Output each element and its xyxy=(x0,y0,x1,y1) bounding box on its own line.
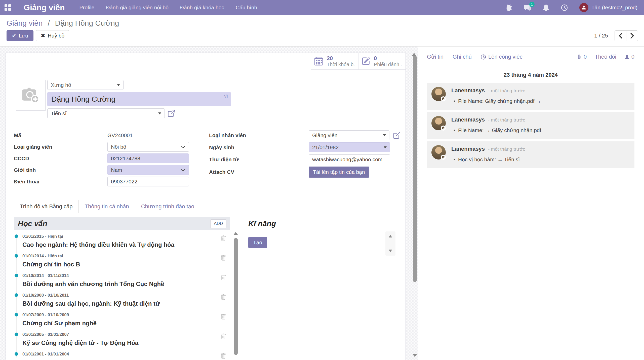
date-separator-label: 23 tháng 4 năm 2024 xyxy=(500,72,561,78)
top-navbar: Giảng viên Profile Đánh giá giảng viên n… xyxy=(0,0,644,15)
scrollbar-thumb[interactable] xyxy=(234,238,238,355)
scroll-up-arrow-icon[interactable] xyxy=(389,235,392,237)
notifications-bell-icon[interactable] xyxy=(543,4,549,11)
email-input[interactable]: watashiwacuong@yahoo.com xyxy=(309,154,390,164)
schedule-activity-label: Lên công việc xyxy=(488,54,522,60)
trash-icon[interactable] xyxy=(220,334,226,339)
stat-button-timetable[interactable]: 20 Thời khóa b... xyxy=(311,53,358,69)
tab-qualifications[interactable]: Trình độ và Bằng cấp xyxy=(14,200,79,213)
cccd-input[interactable]: 0212174788 xyxy=(107,153,189,163)
menu-item-internal-review[interactable]: Đánh giá giảng viên nội bộ xyxy=(106,5,169,11)
timeline-dot-icon xyxy=(15,234,18,238)
pager-next-button[interactable] xyxy=(626,30,638,41)
scroll-up-arrow-icon[interactable] xyxy=(233,232,238,235)
clock-icon xyxy=(481,54,486,60)
control-buttons-row: ✔ Lưu ✖ Huỷ bỏ 1 / 25 xyxy=(7,30,644,41)
pager-count: 1 / 25 xyxy=(594,32,608,39)
tab-bar: Trình độ và Bằng cấp Thông tin cá nhân C… xyxy=(6,200,406,213)
tab-personal-info[interactable]: Thông tin cá nhân xyxy=(79,200,135,213)
schedule-activity-button[interactable]: Lên công việc xyxy=(481,54,522,60)
scrollbar-thumb[interactable] xyxy=(413,56,417,282)
education-dates: 01/01/2014 - Hiện tại xyxy=(22,254,214,259)
send-message-button[interactable]: Gửi tin xyxy=(427,54,444,60)
follow-button[interactable]: Theo dõi xyxy=(595,54,616,60)
message: Lanenmasys - một tháng trước File Name: … xyxy=(427,83,634,110)
menu-item-course-review[interactable]: Đánh giá khóa học xyxy=(180,5,224,11)
education-dates: 01/01/2005 - 01/01/2007 xyxy=(22,332,214,337)
birthday-datepicker[interactable]: 21/01/1982 xyxy=(309,142,390,152)
title-select[interactable]: Xưng hô xyxy=(47,80,124,90)
field-row-lecturer-type: Loại giảng viên Nội bộ xyxy=(14,142,197,152)
breadcrumb-parent[interactable]: Giảng viên xyxy=(7,19,43,27)
field-label: Ngày sinh xyxy=(209,144,309,150)
menu-item-profile[interactable]: Profile xyxy=(79,5,95,11)
field-label: Thư điện tử xyxy=(209,156,309,163)
form-sheet: 20 Thời khóa b... 0 Phiếu đánh ... xyxy=(6,53,406,360)
menu-item-config[interactable]: Cấu hình xyxy=(236,5,257,11)
chatter-panel: Gửi tin Ghi chú Lên công việc 0 Theo dõi… xyxy=(418,47,644,360)
add-education-button[interactable]: ADD xyxy=(210,219,226,228)
photo-upload-placeholder[interactable] xyxy=(16,80,46,111)
main-scrollbar[interactable] xyxy=(412,49,418,358)
content-area: 20 Thời khóa b... 0 Phiếu đánh ... xyxy=(0,47,644,360)
upload-file-button[interactable]: Tải lên tập tin của bạn xyxy=(309,167,369,178)
trash-icon[interactable] xyxy=(220,255,226,261)
education-dates: 01/10/2014 - 01/11/2014 xyxy=(22,273,214,278)
message-list: Lanenmasys - một tháng trước File Name: … xyxy=(427,83,634,168)
birthday-value: 21/01/1982 xyxy=(312,144,339,150)
trash-icon[interactable] xyxy=(220,294,226,300)
education-list-scrollbar[interactable] xyxy=(233,232,238,360)
message-author[interactable]: Lanenmasys xyxy=(451,116,485,123)
chevron-down-icon xyxy=(384,146,387,148)
degree-row: Tiến sĩ xyxy=(47,108,231,118)
scroll-down-arrow-icon[interactable] xyxy=(389,250,392,252)
followers-button[interactable]: 0 xyxy=(624,54,634,60)
skills-scroll-stepper[interactable] xyxy=(385,231,395,256)
gender-select[interactable]: Nam xyxy=(107,165,189,175)
education-dates: 01/07/2009 - 01/10/2009 xyxy=(22,312,214,317)
pager-previous-button[interactable] xyxy=(615,30,626,41)
create-skill-button[interactable]: Tạo xyxy=(248,237,267,248)
tab-training-program[interactable]: Chương trình đào tạo xyxy=(135,200,200,213)
timeline-dot-icon xyxy=(15,274,18,277)
trash-icon[interactable] xyxy=(220,235,226,241)
chevron-down-icon xyxy=(181,168,185,172)
lecturer-type-select[interactable]: Nội bộ xyxy=(107,142,189,152)
degree-external-link-icon[interactable] xyxy=(168,110,175,117)
name-value: Đặng Hồng Cường xyxy=(51,95,115,103)
employee-type-select[interactable]: Giảng viên xyxy=(309,130,389,140)
trash-icon[interactable] xyxy=(220,275,226,281)
stat-label: Thời khóa b... xyxy=(327,62,355,67)
field-row-employee-type: Loại nhân viên Giảng viên xyxy=(209,130,400,140)
employee-type-value: Giảng viên xyxy=(312,132,337,138)
code-value: GV240001 xyxy=(107,132,133,138)
message-author[interactable]: Lanenmasys xyxy=(451,87,485,94)
trash-icon[interactable] xyxy=(220,353,226,359)
name-field[interactable]: Đặng Hồng Cường VI xyxy=(47,92,231,106)
scroll-up-arrow-icon[interactable] xyxy=(412,49,416,56)
degree-select[interactable]: Tiến sĩ xyxy=(47,108,165,118)
trash-icon[interactable] xyxy=(220,314,226,320)
save-button[interactable]: ✔ Lưu xyxy=(7,30,33,41)
messages-icon[interactable]: 1 xyxy=(524,4,531,11)
attachments-button[interactable]: 0 xyxy=(577,54,587,60)
employee-type-external-link-icon[interactable] xyxy=(393,132,400,139)
notebook: Trình độ và Bằng cấp Thông tin cá nhân C… xyxy=(6,200,406,360)
log-note-button[interactable]: Ghi chú xyxy=(453,54,472,60)
timeline-dot-icon xyxy=(15,352,18,356)
debug-bug-icon[interactable] xyxy=(505,4,512,11)
timeline-dot-icon xyxy=(15,313,18,316)
discard-button[interactable]: ✖ Huỷ bỏ xyxy=(36,30,69,41)
scroll-down-arrow-icon[interactable] xyxy=(413,354,417,357)
education-item: 01/01/2015 - Hiện tại Cao học ngành: Hệ … xyxy=(14,234,230,248)
date-separator: 23 tháng 4 năm 2024 xyxy=(427,72,634,78)
activities-clock-icon[interactable] xyxy=(561,4,568,11)
user-menu[interactable]: Tân (testmc2_prod) xyxy=(579,3,637,12)
apps-menu-button[interactable] xyxy=(0,0,16,15)
message-author[interactable]: Lanenmasys xyxy=(451,146,485,152)
translation-badge[interactable]: VI xyxy=(224,94,228,99)
phone-input[interactable]: 090377022 xyxy=(107,177,189,186)
stat-button-evaluations[interactable]: 0 Phiếu đánh ... xyxy=(358,53,406,69)
user-avatar xyxy=(579,3,588,12)
breadcrumb: Giảng viên / Đặng Hồng Cường xyxy=(7,15,644,27)
